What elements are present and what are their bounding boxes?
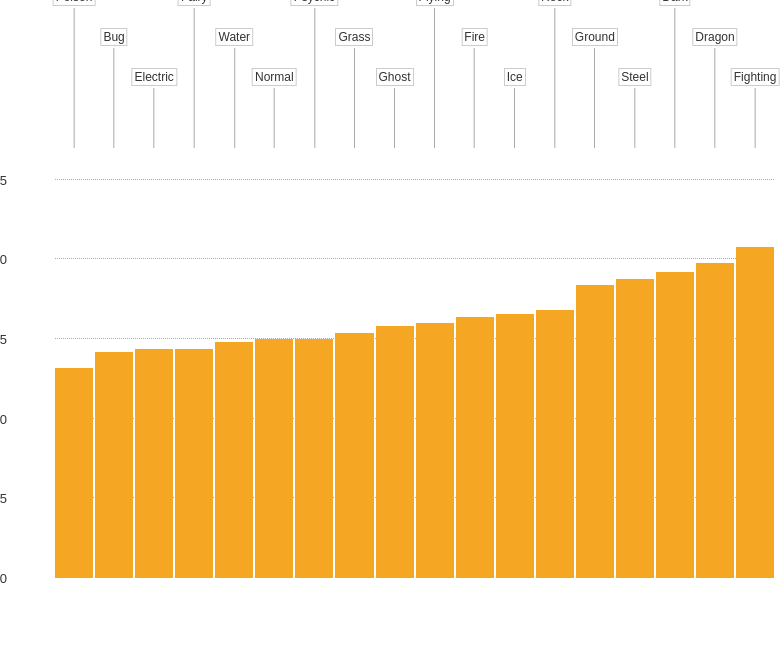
bar-col-fighting: Fighting xyxy=(736,148,774,578)
bar-label-text-fairy: Fairy xyxy=(178,0,211,6)
bar-label-dark: Dark xyxy=(659,0,690,148)
bar-label-stem-ghost xyxy=(394,88,395,148)
chart-container: 0255075100125 PoisonBugElectricFairyWate… xyxy=(0,0,784,648)
bar-label-flying: Flying xyxy=(416,0,454,148)
bars-wrapper: PoisonBugElectricFairyWaterNormalPsychic… xyxy=(55,148,774,578)
bar-label-stem-flying xyxy=(434,8,435,148)
y-axis-label-0: 0 xyxy=(0,571,7,586)
bar-label-bug: Bug xyxy=(100,28,127,148)
bar-ghost xyxy=(376,326,414,578)
bar-label-ground: Ground xyxy=(572,28,618,148)
bar-col-dragon: Dragon xyxy=(696,148,734,578)
bar-dark xyxy=(656,272,694,578)
bar-label-fire: Fire xyxy=(461,28,488,148)
bar-label-stem-bug xyxy=(114,48,115,148)
bar-label-stem-ground xyxy=(594,48,595,148)
bar-label-text-steel: Steel xyxy=(618,68,651,86)
bar-rock xyxy=(536,310,574,578)
bar-col-rock: Rock xyxy=(536,148,574,578)
bar-label-water: Water xyxy=(216,28,254,148)
bar-label-poison: Poison xyxy=(53,0,96,148)
bar-col-ghost: Ghost xyxy=(376,148,414,578)
chart-area: 0255075100125 PoisonBugElectricFairyWate… xyxy=(55,18,774,578)
bar-label-text-water: Water xyxy=(216,28,254,46)
bar-label-text-psychic: Psychic xyxy=(291,0,338,6)
bar-ice xyxy=(496,314,534,578)
bar-col-grass: Grass xyxy=(335,148,373,578)
bar-label-text-ice: Ice xyxy=(504,68,526,86)
y-axis-label-100: 100 xyxy=(0,252,7,267)
bar-label-stem-grass xyxy=(354,48,355,148)
bar-label-electric: Electric xyxy=(131,68,176,148)
bar-col-steel: Steel xyxy=(616,148,654,578)
bar-label-text-poison: Poison xyxy=(53,0,96,6)
bar-col-ice: Ice xyxy=(496,148,534,578)
bar-label-text-dark: Dark xyxy=(659,0,690,6)
bar-col-fire: Fire xyxy=(456,148,494,578)
bar-grass xyxy=(335,333,373,578)
bar-label-steel: Steel xyxy=(618,68,651,148)
bar-label-stem-steel xyxy=(634,88,635,148)
bar-col-dark: Dark xyxy=(656,148,694,578)
bar-label-stem-ice xyxy=(514,88,515,148)
bar-label-stem-dark xyxy=(674,8,675,148)
bar-label-stem-fairy xyxy=(194,8,195,148)
bar-col-psychic: Psychic xyxy=(295,148,333,578)
bar-label-ice: Ice xyxy=(504,68,526,148)
bar-col-electric: Electric xyxy=(135,148,173,578)
bar-electric xyxy=(135,349,173,578)
bar-label-text-grass: Grass xyxy=(335,28,373,46)
bar-label-stem-water xyxy=(234,48,235,148)
bar-steel xyxy=(616,279,654,578)
bar-label-grass: Grass xyxy=(335,28,373,148)
bar-label-text-fighting: Fighting xyxy=(731,68,780,86)
bar-col-normal: Normal xyxy=(255,148,293,578)
bar-label-text-fire: Fire xyxy=(461,28,488,46)
bar-label-rock: Rock xyxy=(538,0,571,148)
bar-bug xyxy=(95,352,133,578)
y-axis-label-125: 125 xyxy=(0,173,7,188)
bar-label-text-bug: Bug xyxy=(100,28,127,46)
bar-col-water: Water xyxy=(215,148,253,578)
bar-label-psychic: Psychic xyxy=(291,0,338,148)
bar-label-stem-fire xyxy=(474,48,475,148)
bar-label-text-rock: Rock xyxy=(538,0,571,6)
bar-label-text-ghost: Ghost xyxy=(376,68,414,86)
bar-col-fairy: Fairy xyxy=(175,148,213,578)
bar-normal xyxy=(255,339,293,578)
bar-label-fairy: Fairy xyxy=(178,0,211,148)
bar-dragon xyxy=(696,263,734,578)
bar-label-text-ground: Ground xyxy=(572,28,618,46)
bar-poison xyxy=(55,368,93,578)
bar-label-stem-dragon xyxy=(715,48,716,148)
bar-label-stem-rock xyxy=(554,8,555,148)
bar-col-poison: Poison xyxy=(55,148,93,578)
bar-label-ghost: Ghost xyxy=(376,68,414,148)
y-axis-label-25: 25 xyxy=(0,491,7,506)
bar-fairy xyxy=(175,349,213,578)
bar-flying xyxy=(416,323,454,578)
bar-col-ground: Ground xyxy=(576,148,614,578)
y-axis-label-75: 75 xyxy=(0,332,7,347)
bar-water xyxy=(215,342,253,578)
bar-label-stem-poison xyxy=(74,8,75,148)
bar-col-flying: Flying xyxy=(416,148,454,578)
bar-label-stem-electric xyxy=(154,88,155,148)
bar-psychic xyxy=(295,339,333,578)
bar-label-fighting: Fighting xyxy=(731,68,780,148)
bar-fire xyxy=(456,317,494,578)
y-axis-label-50: 50 xyxy=(0,412,7,427)
bar-label-stem-normal xyxy=(274,88,275,148)
bar-fighting xyxy=(736,247,774,578)
bar-label-stem-fighting xyxy=(755,88,756,148)
bar-col-bug: Bug xyxy=(95,148,133,578)
bar-label-text-dragon: Dragon xyxy=(692,28,737,46)
bar-label-text-flying: Flying xyxy=(416,0,454,6)
bar-ground xyxy=(576,285,614,578)
bar-label-text-electric: Electric xyxy=(131,68,176,86)
bar-label-stem-psychic xyxy=(314,8,315,148)
